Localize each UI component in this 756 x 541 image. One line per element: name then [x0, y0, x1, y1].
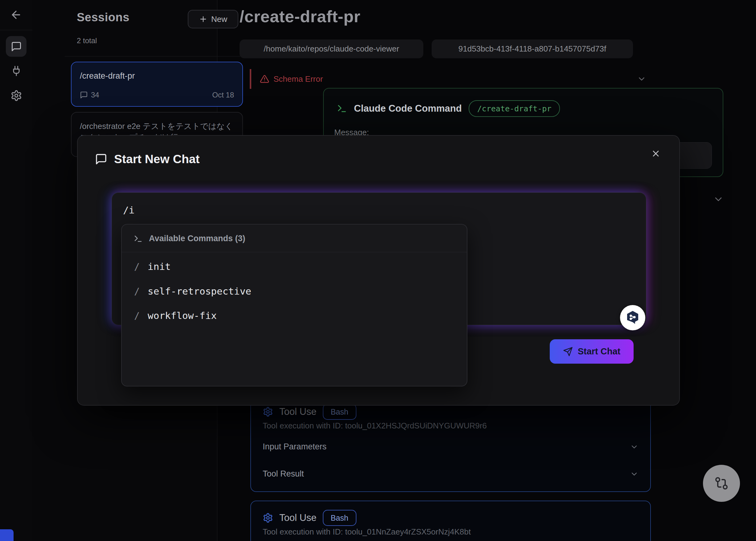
command-card-title: Claude Code Command [354, 103, 462, 114]
project-path-badge: /home/kaito/repos/claude-code-viewer [239, 40, 423, 58]
close-icon [651, 148, 661, 159]
tool-use-title: Tool Use [279, 512, 317, 523]
input-parameters-section[interactable]: Input Parameters [263, 442, 638, 451]
tool-use-title: Tool Use [279, 406, 317, 417]
input-parameters-label: Input Parameters [263, 442, 326, 451]
schema-error-banner[interactable]: Schema Error [250, 69, 652, 89]
command-name: workflow-fix [148, 310, 217, 321]
warning-triangle-icon [260, 74, 269, 84]
tool-use-card: Tool Use Bash Tool execution with ID: to… [250, 394, 651, 492]
hexagon-chat-share-icon [624, 309, 641, 326]
session-id-badge: 91d53bcb-413f-4118-a807-b1457075d73f [432, 40, 633, 58]
gear-icon [10, 90, 22, 102]
terminal-icon [337, 103, 347, 114]
schema-error-label: Schema Error [273, 74, 323, 84]
nav-plugins[interactable] [9, 63, 24, 79]
command-option-workflow-fix[interactable]: / workflow-fix [134, 310, 217, 321]
session-date: Oct 18 [212, 91, 234, 99]
send-icon [563, 347, 573, 356]
icon-rail [0, 0, 33, 541]
back-button[interactable] [8, 8, 24, 22]
dev-indicator-badge [0, 529, 14, 541]
command-name: self-retrospective [148, 285, 251, 297]
sessions-title: Sessions [77, 11, 130, 24]
new-session-label: New [211, 15, 227, 24]
rail-divider [0, 30, 32, 30]
session-meta: 34 Oct 18 [80, 91, 234, 99]
sessions-total: 2 total [77, 36, 97, 45]
chat-input-value: /i [123, 205, 135, 216]
tool-execution-id: Tool execution with ID: toolu_01NnZaey4r… [263, 527, 471, 537]
chevron-down-icon[interactable] [713, 194, 724, 205]
tool-badge-bash: Bash [323, 510, 356, 526]
session-message-count: 34 [91, 91, 99, 99]
tool-use-card: Tool Use Bash Tool execution with ID: to… [250, 501, 651, 541]
message-square-icon [11, 41, 22, 52]
chevron-down-icon [630, 443, 638, 451]
tool-result-label: Tool Result [263, 469, 304, 479]
modal-title: Start New Chat [114, 152, 199, 166]
command-badge: /create-draft-pr [469, 100, 560, 117]
page-title: /create-draft-pr [239, 7, 360, 26]
plus-icon [199, 15, 207, 23]
gear-icon [263, 513, 273, 523]
command-prefix: / [134, 261, 140, 272]
close-button[interactable] [649, 147, 662, 160]
start-new-chat-modal: Start New Chat /i Available Commands (3)… [77, 135, 680, 406]
command-name: init [148, 261, 171, 272]
command-prefix: / [134, 286, 140, 297]
message-square-icon [80, 91, 88, 99]
plug-icon [11, 65, 22, 77]
nav-settings[interactable] [9, 88, 24, 103]
git-compare-icon [714, 476, 729, 491]
tool-badge-bash: Bash [323, 404, 356, 420]
gear-icon [263, 406, 273, 417]
command-prefix: / [134, 310, 140, 321]
terminal-icon [134, 234, 143, 244]
popover-divider [122, 252, 467, 252]
arrow-left-icon [10, 9, 22, 21]
message-square-icon [95, 153, 107, 165]
session-card-create-draft-pr[interactable]: /create-draft-pr 34 Oct 18 [71, 62, 243, 107]
start-chat-label: Start Chat [578, 346, 621, 356]
available-commands-popover: Available Commands (3) / init / self-ret… [121, 224, 467, 386]
session-title: /create-draft-pr [80, 70, 234, 81]
command-option-init[interactable]: / init [134, 261, 171, 272]
tool-execution-id: Tool execution with ID: toolu_01X2HSJQrd… [263, 421, 487, 431]
chevron-down-icon [630, 470, 638, 478]
command-option-self-retrospective[interactable]: / self-retrospective [134, 285, 251, 297]
nav-chats-active[interactable] [6, 36, 27, 57]
tool-result-section[interactable]: Tool Result [263, 469, 638, 479]
start-chat-button[interactable]: Start Chat [550, 339, 633, 364]
available-commands-header: Available Commands (3) [149, 234, 245, 244]
brand-chat-bubble-logo [620, 305, 645, 330]
git-compare-fab[interactable] [703, 465, 740, 502]
chevron-down-icon[interactable] [637, 74, 646, 84]
new-session-button[interactable]: New [188, 10, 238, 28]
